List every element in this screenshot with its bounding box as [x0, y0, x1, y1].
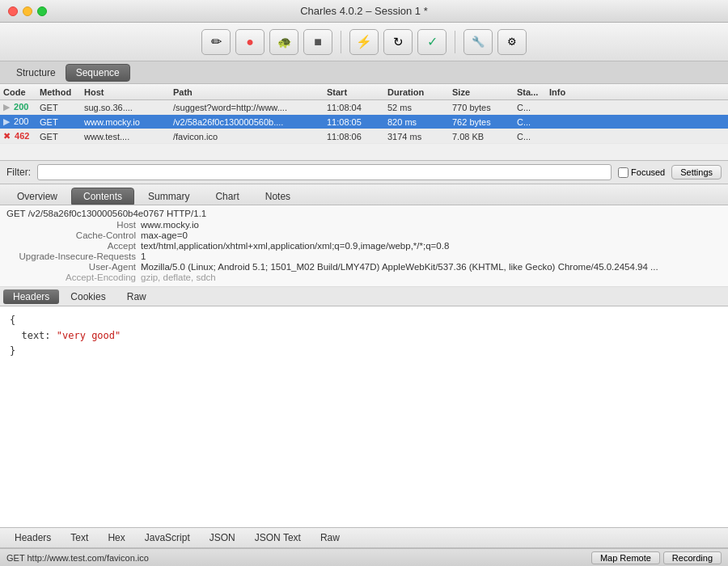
status-url: GET http://www.test.com/favicon.ico [6, 553, 149, 563]
cell-host-3: www.test.... [84, 132, 173, 142]
table-spacer [0, 144, 728, 160]
cell-duration-1: 52 ms [387, 103, 452, 112]
detail-row-encoding: Accept-Encoding gzip, deflate, sdch [6, 272, 722, 282]
row-icon-3: ✖ [3, 131, 11, 141]
col-start: Start [327, 87, 387, 97]
pen-tool-btn[interactable]: ✏ [201, 29, 231, 55]
table-body: ▶ 200 GET sug.so.36.... /suggest?word=ht… [0, 100, 728, 144]
cell-sta-2: C... [517, 117, 549, 127]
request-detail: GET /v2/58a26f0c130000560b4e0767 HTTP/1.… [0, 205, 728, 287]
detail-val-upgrade: 1 [141, 251, 722, 261]
wrench-btn[interactable]: 🔧 [463, 29, 493, 55]
cell-host-2: www.mocky.io [84, 117, 173, 127]
refresh-btn[interactable]: ↻ [383, 29, 413, 55]
table-row[interactable]: ▶ 200 GET sug.so.36.... /suggest?word=ht… [0, 100, 728, 115]
toolbar-separator-1 [341, 31, 341, 53]
filter-label: Filter: [6, 167, 31, 178]
toolbar: ✏ ● 🐢 ■ ⚡ ↻ ✓ 🔧 ⚙ [0, 23, 728, 61]
window-controls [8, 6, 47, 16]
headers-subtab[interactable]: Headers [3, 289, 59, 304]
sequence-tab[interactable]: Sequence [66, 64, 130, 82]
status-bar: GET http://www.test.com/favicon.ico Map … [0, 548, 728, 566]
col-method: Method [40, 87, 84, 97]
throttle-btn[interactable]: 🐢 [269, 29, 298, 55]
sub-tabs: Headers Cookies Raw [0, 287, 728, 306]
close-button[interactable] [8, 6, 18, 16]
col-duration: Duration [387, 87, 452, 97]
cell-start-3: 11:08:06 [327, 132, 387, 142]
bottom-text-tab[interactable]: Text [62, 530, 96, 545]
code-area: { text: "very good" } [0, 306, 728, 527]
settings-button[interactable]: Settings [671, 165, 722, 180]
code-line-1: { [10, 313, 718, 328]
title-bar: Charles 4.0.2 – Session 1 * [0, 0, 728, 23]
table-row[interactable]: ▶ 200 GET www.mocky.io /v2/58a26f0c13000… [0, 115, 728, 129]
cell-host-1: sug.so.36.... [84, 103, 173, 112]
bottom-json-tab[interactable]: JSON [201, 530, 243, 545]
contents-tab[interactable]: Contents [71, 188, 134, 205]
cell-method-1: GET [40, 103, 84, 112]
overview-tab[interactable]: Overview [5, 188, 70, 205]
gear-btn[interactable]: ⚙ [497, 29, 527, 55]
cell-size-1: 770 bytes [452, 103, 517, 112]
cell-start-2: 11:08:05 [327, 117, 387, 127]
focused-checkbox[interactable] [618, 167, 629, 178]
cell-status-code-2: 200 [14, 116, 28, 126]
detail-row-host: Host www.mocky.io [6, 220, 722, 230]
code-line-2: text: "very good" [10, 328, 718, 344]
open-brace: { [10, 315, 15, 326]
structure-tab[interactable]: Structure [6, 65, 66, 81]
col-code: Code [3, 87, 40, 97]
cell-path-2: /v2/58a26f0c130000560b.... [173, 117, 327, 127]
map-remote-button[interactable]: Map Remote [591, 551, 660, 564]
cell-code-1: ▶ 200 [3, 102, 40, 112]
code-key-text: text: [10, 330, 57, 341]
detail-row-useragent: User-Agent Mozilla/5.0 (Linux; Android 5… [6, 262, 722, 272]
notes-tab[interactable]: Notes [253, 188, 303, 205]
detail-key-encoding: Accept-Encoding [6, 272, 136, 282]
maximize-button[interactable] [37, 6, 47, 16]
cell-sta-3: C... [517, 132, 549, 142]
cell-path-3: /favicon.ico [173, 132, 327, 142]
bottom-hex-tab[interactable]: Hex [99, 530, 133, 545]
toolbar-separator-2 [455, 31, 455, 53]
detail-row-cache: Cache-Control max-age=0 [6, 230, 722, 240]
detail-val-useragent: Mozilla/5.0 (Linux; Android 5.1; 1501_M0… [141, 262, 722, 272]
detail-val-encoding: gzip, deflate, sdch [141, 272, 722, 282]
col-size: Size [452, 87, 517, 97]
cell-status-code-3: 462 [15, 131, 29, 141]
lightning-btn[interactable]: ⚡ [349, 29, 379, 55]
record-btn[interactable]: ● [235, 29, 265, 55]
col-sta: Sta... [517, 87, 549, 97]
chart-tab[interactable]: Chart [203, 188, 251, 205]
window-title: Charles 4.0.2 – Session 1 * [300, 5, 428, 17]
recording-button[interactable]: Recording [663, 551, 722, 564]
detail-val-cache: max-age=0 [141, 230, 722, 240]
bottom-tabs: Headers Text Hex JavaScript JSON JSON Te… [0, 527, 728, 548]
cookies-subtab[interactable]: Cookies [61, 289, 115, 304]
row-icon-2: ▶ [3, 116, 10, 126]
status-buttons: Map Remote Recording [591, 551, 722, 564]
detail-key-accept: Accept [6, 241, 136, 251]
stop-btn[interactable]: ■ [303, 29, 332, 55]
table-header: Code Method Host Path Start Duration Siz… [0, 84, 728, 100]
bottom-javascript-tab[interactable]: JavaScript [137, 530, 198, 545]
table-row[interactable]: ✖ 462 GET www.test.... /favicon.ico 11:0… [0, 129, 728, 144]
bottom-headers-tab[interactable]: Headers [6, 530, 59, 545]
cell-method-2: GET [40, 117, 84, 127]
detail-key-useragent: User-Agent [6, 262, 136, 272]
detail-val-accept: text/html,application/xhtml+xml,applicat… [141, 241, 722, 251]
check-btn[interactable]: ✓ [417, 29, 447, 55]
filter-input[interactable] [37, 164, 612, 180]
cell-start-1: 11:08:04 [327, 103, 387, 112]
bottom-json-text-tab[interactable]: JSON Text [247, 530, 309, 545]
request-line: GET /v2/58a26f0c130000560b4e0767 HTTP/1.… [6, 209, 722, 218]
bottom-raw-tab[interactable]: Raw [312, 530, 348, 545]
detail-key-cache: Cache-Control [6, 230, 136, 240]
minimize-button[interactable] [23, 6, 32, 16]
row-icon-1: ▶ [3, 102, 10, 112]
cell-duration-3: 3174 ms [387, 132, 452, 142]
summary-tab[interactable]: Summary [136, 188, 201, 205]
raw-subtab[interactable]: Raw [117, 289, 156, 304]
col-path: Path [173, 87, 327, 97]
